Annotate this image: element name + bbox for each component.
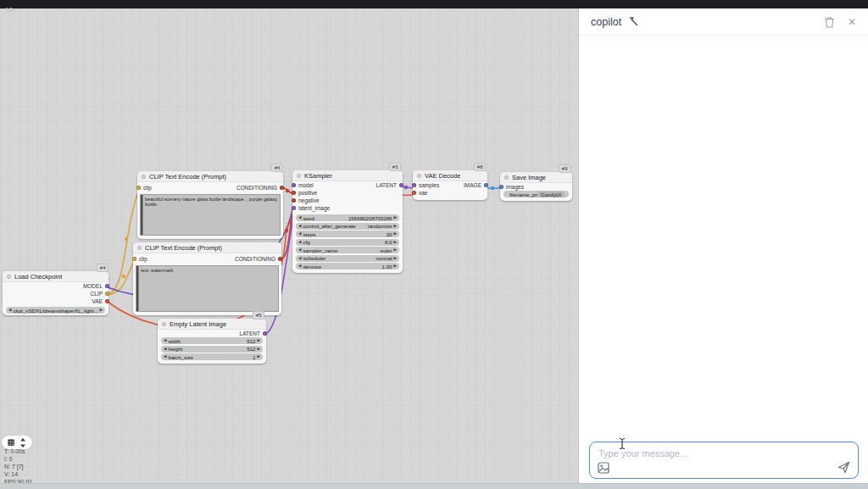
node-save-image[interactable]: #9 Save Image images filename_prefix Com… <box>500 172 572 201</box>
increment-arrow-icon[interactable]: ▶ <box>394 231 397 237</box>
collapse-dot-icon[interactable] <box>417 174 421 178</box>
increment-arrow-icon[interactable]: ▶ <box>100 307 103 314</box>
input-port-samples[interactable] <box>412 183 416 187</box>
close-icon: ✕ <box>848 16 856 28</box>
increment-arrow-icon[interactable]: ▶ <box>394 247 397 253</box>
node-title: Empty Latent Image <box>170 320 226 328</box>
wire-dot <box>404 186 408 189</box>
wire-dot <box>125 237 128 241</box>
node-empty-latent-image[interactable]: #5 Empty Latent Image LATENT ◀width512▶ … <box>158 319 266 364</box>
widget-scheduler[interactable]: ◀schedulernormal▶ <box>296 255 399 262</box>
port-label: CLIP <box>91 291 103 297</box>
increment-arrow-icon[interactable]: ▶ <box>258 353 260 360</box>
clear-chat-button[interactable] <box>824 16 835 28</box>
window-bottom-edge <box>0 483 868 489</box>
send-icon[interactable] <box>837 461 850 474</box>
output-port-latent[interactable] <box>399 183 403 187</box>
decrement-arrow-icon[interactable]: ◀ <box>164 346 166 353</box>
chat-message-input[interactable] <box>590 442 858 461</box>
node-clip-text-encode-negative[interactable]: CLIP Text Encode (Prompt) clip CONDITION… <box>133 242 281 315</box>
node-clip-text-encode-positive[interactable]: #6 CLIP Text Encode (Prompt) clip CONDIT… <box>137 171 283 239</box>
port-label: samples <box>419 182 439 188</box>
widget-batch-size[interactable]: ◀batch_size1▶ <box>161 353 263 360</box>
decrement-arrow-icon[interactable]: ◀ <box>8 307 11 314</box>
chat-message-area <box>579 36 868 434</box>
port-label: latent_image <box>298 205 330 211</box>
decrement-arrow-icon[interactable]: ◀ <box>298 214 301 221</box>
increment-arrow-icon[interactable]: ▶ <box>258 346 260 353</box>
increment-arrow-icon[interactable]: ▶ <box>394 214 397 221</box>
port-label: images <box>506 184 524 190</box>
stat-line: N: 7 [7] <box>4 463 32 470</box>
node-badge: #4 <box>97 264 108 272</box>
widget-denoise[interactable]: ◀denoise1.00▶ <box>296 263 399 270</box>
increment-arrow-icon[interactable]: ▶ <box>258 337 260 344</box>
widget-sampler-name[interactable]: ◀sampler_nameeuler▶ <box>296 247 399 253</box>
collapse-dot-icon[interactable] <box>297 174 301 178</box>
decrement-arrow-icon[interactable]: ◀ <box>298 239 301 246</box>
decrement-arrow-icon[interactable]: ◀ <box>164 353 166 360</box>
prompt-textarea[interactable]: text, watermark <box>136 265 279 312</box>
increment-arrow-icon[interactable]: ▶ <box>394 239 397 246</box>
attach-image-icon[interactable] <box>598 462 609 474</box>
stat-line: T: 0.00s <box>4 447 32 455</box>
output-port-latent[interactable] <box>263 331 267 336</box>
performance-stats: T: 0.00s I: 0 N: 7 [7] V: 14 FPS:90.91 <box>4 447 32 486</box>
decrement-arrow-icon[interactable]: ◀ <box>298 231 301 237</box>
collapse-dot-icon[interactable] <box>504 175 509 180</box>
chat-input-box[interactable] <box>589 442 859 479</box>
decrement-arrow-icon[interactable]: ◀ <box>298 263 301 270</box>
output-port-clip[interactable] <box>105 292 109 296</box>
close-panel-button[interactable]: ✕ <box>848 16 856 28</box>
stat-line: I: 0 <box>4 455 32 463</box>
wire-dot <box>491 186 494 190</box>
collapse-dot-icon[interactable] <box>137 246 142 250</box>
collapse-dot-icon[interactable] <box>162 322 166 326</box>
increment-arrow-icon[interactable]: ▶ <box>394 263 397 270</box>
input-port-positive[interactable] <box>292 191 296 195</box>
port-label: VAE <box>92 298 103 304</box>
output-port-image[interactable] <box>484 183 488 187</box>
output-port-conditioning[interactable] <box>280 186 284 190</box>
node-load-checkpoint[interactable]: #4 Load Checkpoint MODEL CLIP VAE ◀ ckpt… <box>3 271 108 315</box>
copilot-panel: copilot ✕ <box>578 8 868 489</box>
status-text: Idle <box>0 6 15 14</box>
widget-steps[interactable]: ◀steps20▶ <box>296 231 399 237</box>
widget-seed[interactable]: ◀seed156680208700286▶ <box>296 214 399 221</box>
widget-height[interactable]: ◀height512▶ <box>161 346 263 353</box>
output-port-conditioning[interactable] <box>278 257 282 261</box>
decrement-arrow-icon[interactable]: ◀ <box>298 255 301 262</box>
link-wires <box>0 8 578 489</box>
node-ksampler[interactable]: #3 KSampler model LATENT positive negati… <box>292 170 403 273</box>
decrement-arrow-icon[interactable]: ◀ <box>164 337 166 344</box>
collapse-dot-icon[interactable] <box>142 175 146 179</box>
input-port-latent-image[interactable] <box>292 206 296 210</box>
widget-filename-prefix[interactable]: filename_prefix ComfyUI <box>504 191 569 197</box>
input-port-model[interactable] <box>292 183 296 187</box>
window-titlebar: Idle <box>0 0 868 8</box>
text-cursor <box>618 437 626 450</box>
input-port-clip[interactable] <box>132 257 136 261</box>
input-port-vae[interactable] <box>412 191 416 195</box>
increment-arrow-icon[interactable]: ▶ <box>394 255 397 262</box>
decrement-arrow-icon[interactable]: ◀ <box>298 223 301 230</box>
minimap-icon[interactable] <box>8 439 14 446</box>
output-port-model[interactable] <box>105 284 109 288</box>
decrement-arrow-icon[interactable]: ◀ <box>298 247 301 253</box>
node-title: VAE Decode <box>425 172 460 180</box>
output-port-vae[interactable] <box>105 299 109 303</box>
collapse-dot-icon[interactable] <box>7 275 11 279</box>
input-port-negative[interactable] <box>292 198 296 203</box>
input-port-clip[interactable] <box>136 186 141 190</box>
widget-cfg[interactable]: ◀cfg8.0▶ <box>296 239 399 246</box>
input-port-images[interactable] <box>499 185 504 189</box>
widget-width[interactable]: ◀width512▶ <box>161 337 263 344</box>
prompt-textarea[interactable]: beautiful scenery nature glass bottle la… <box>140 194 281 236</box>
hammer-icon <box>628 16 639 27</box>
widget-ckpt-name[interactable]: ◀ ckpt_name SDXL/dreamshaperXL_light... … <box>6 307 105 314</box>
increment-arrow-icon[interactable]: ▶ <box>394 223 397 230</box>
node-vae-decode[interactable]: #8 VAE Decode samples IMAGE vae <box>413 170 487 200</box>
vertical-arrows-icon[interactable] <box>19 438 26 447</box>
widget-control-after-generate[interactable]: ◀control_after_generaterandomize▶ <box>296 223 399 230</box>
node-graph-canvas[interactable]: #4 Load Checkpoint MODEL CLIP VAE ◀ ckpt… <box>0 8 578 489</box>
